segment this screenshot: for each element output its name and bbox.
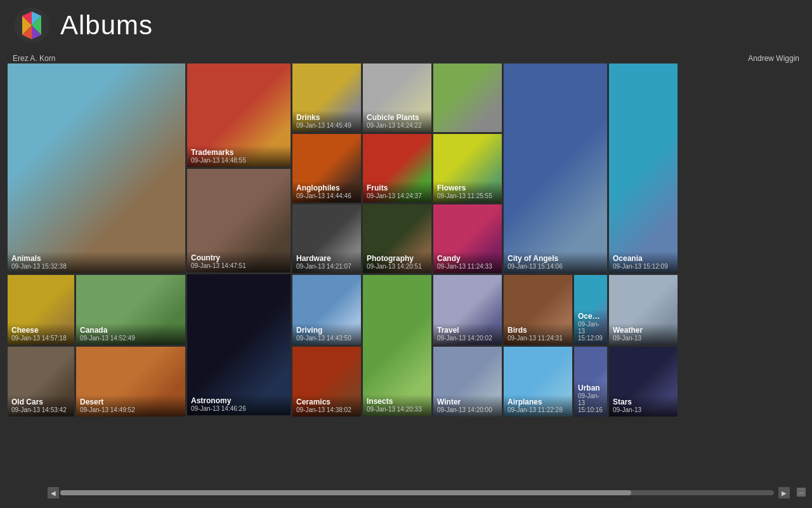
album-canada-date: 09-Jan-13 14:52:49	[80, 335, 181, 342]
scroll-left-icon: ◀	[51, 490, 56, 497]
scroll-right-button[interactable]: ▶	[778, 487, 790, 498]
album-desert-name: Desert	[80, 398, 181, 406]
album-city-angels[interactable]: City of Angels 09-Jan-13 15:14:06	[504, 64, 607, 273]
album-oceania-large[interactable]: Oceania 09-Jan-13 15:12:09	[609, 64, 678, 273]
album-insects-large[interactable]: Insects 09-Jan-13 14:20:33	[363, 275, 431, 416]
album-country[interactable]: Country 09-Jan-13 14:47:51	[187, 169, 291, 272]
album-cheese[interactable]: Cheese 09-Jan-13 14:57:18	[8, 275, 74, 345]
album-driving[interactable]: Driving 09-Jan-13 14:43:50	[292, 275, 361, 345]
album-drinks[interactable]: Drinks 09-Jan-13 14:45:49	[292, 64, 361, 132]
album-ceramics-date: 09-Jan-13 14:38:02	[296, 406, 357, 413]
album-candy[interactable]: Candy 09-Jan-13 11:24:33	[433, 204, 502, 273]
album-airplanes-date: 09-Jan-13 11:22:28	[508, 406, 568, 413]
album-winter-overlay: Winter 09-Jan-13 14:20:00	[433, 395, 502, 417]
album-winter-name: Winter	[437, 398, 498, 406]
album-oceania-name: Oceania	[578, 312, 603, 321]
scrollbar-thumb[interactable]	[60, 490, 631, 495]
album-photography[interactable]: Photography 09-Jan-13 14:20:51	[363, 204, 431, 273]
album-winter[interactable]: Winter 09-Jan-13 14:20:00	[433, 347, 502, 417]
album-anglophiles-date: 09-Jan-13 14:44:46	[296, 192, 357, 199]
album-weather-overlay: Weather 09-Jan-13	[609, 323, 678, 345]
scroll-left-button[interactable]: ◀	[48, 487, 59, 498]
app-title: Albums	[60, 10, 153, 41]
album-animals-overlay: Animals 09-Jan-13 15:32:38	[8, 251, 185, 273]
album-stars[interactable]: Stars 09-Jan-13	[609, 347, 678, 417]
album-desert[interactable]: Desert 09-Jan-13 14:49:52	[76, 347, 185, 417]
album-city-angels-date: 09-Jan-13 15:14:06	[508, 263, 603, 270]
album-city-angels-overlay: City of Angels 09-Jan-13 15:14:06	[504, 251, 607, 273]
album-flowers[interactable]: Flowers 09-Jan-13 11:25:55	[433, 134, 502, 203]
album-oceania-large-name: Oceania	[613, 254, 674, 263]
album-winter-date: 09-Jan-13 14:20:00	[437, 406, 498, 413]
album-birds-date: 09-Jan-13 11:24:31	[508, 335, 568, 342]
album-astronomy[interactable]: Astronomy 09-Jan-13 14:46:26	[187, 274, 291, 415]
album-country-date: 09-Jan-13 14:47:51	[191, 262, 287, 269]
album-airplanes[interactable]: Airplanes 09-Jan-13 11:22:28	[504, 347, 572, 417]
col-1: Trademarks 09-Jan-13 14:48:55 Country 09…	[187, 64, 291, 417]
album-cheese-name: Cheese	[11, 326, 70, 335]
album-stars-overlay: Stars 09-Jan-13	[609, 395, 678, 417]
album-insects-date: 09-Jan-13 14:20:33	[367, 406, 428, 413]
album-anglophiles-overlay: Anglophiles 09-Jan-13 14:44:46	[292, 181, 361, 203]
album-urban[interactable]: Urban 09-Jan-13 15:10:16	[574, 347, 607, 417]
col-0: Animals 09-Jan-13 15:32:38 Cheese 09-Jan…	[8, 64, 185, 417]
album-travel-overlay: Travel 09-Jan-13 14:20:02	[433, 323, 502, 345]
album-anglophiles[interactable]: Anglophiles 09-Jan-13 14:44:46	[292, 134, 361, 203]
album-travel[interactable]: Travel 09-Jan-13 14:20:02	[433, 275, 502, 345]
album-weather-date: 09-Jan-13	[613, 335, 674, 342]
album-old-cars-date: 09-Jan-13 14:53:42	[11, 406, 70, 413]
album-driving-name: Driving	[296, 326, 357, 335]
album-trademarks-overlay: Trademarks 09-Jan-13 14:48:55	[187, 145, 291, 167]
album-animals-name: Animals	[11, 254, 181, 263]
album-oceania[interactable]: Oceania 09-Jan-13 15:12:09	[574, 275, 607, 345]
album-old-cars[interactable]: Old Cars 09-Jan-13 14:53:42	[8, 347, 74, 417]
album-animals[interactable]: Animals 09-Jan-13 15:32:38	[8, 64, 185, 273]
album-city-angels-name: City of Angels	[508, 254, 603, 263]
album-weather-name: Weather	[613, 326, 674, 335]
album-drinks-overlay: Drinks 09-Jan-13 14:45:49	[292, 110, 361, 132]
col-5-row2: Birds 09-Jan-13 11:24:31 Oceania 09-Jan-…	[504, 275, 607, 345]
album-ceramics-overlay: Ceramics 09-Jan-13 14:38:02	[292, 395, 361, 417]
album-cubicle-name: Cubicle Plants	[367, 113, 428, 122]
album-oceania-overlay: Oceania 09-Jan-13 15:12:09	[574, 309, 607, 345]
album-cheese-overlay: Cheese 09-Jan-13 14:57:18	[8, 323, 74, 345]
scroll-right-icon: ▶	[782, 490, 787, 497]
album-ceramics[interactable]: Ceramics 09-Jan-13 14:38:02	[292, 347, 361, 417]
scrollbar[interactable]	[60, 490, 774, 495]
album-flowers-date: 09-Jan-13 11:25:55	[437, 192, 498, 199]
album-hardware[interactable]: Hardware 09-Jan-13 14:21:07	[292, 204, 361, 273]
album-cubicle-overlay: Cubicle Plants 09-Jan-13 14:24:22	[363, 110, 431, 132]
album-birds-name: Birds	[508, 326, 568, 335]
col-0-row2: Cheese 09-Jan-13 14:57:18 Canada 09-Jan-…	[8, 275, 185, 345]
album-fruits-name: Fruits	[367, 184, 428, 192]
album-trademarks-date: 09-Jan-13 14:48:55	[191, 157, 287, 164]
album-weather[interactable]: Weather 09-Jan-13	[609, 275, 678, 345]
albums-container: Animals 09-Jan-13 15:32:38 Cheese 09-Jan…	[0, 64, 812, 417]
minimize-button[interactable]: —	[797, 488, 806, 497]
album-grass[interactable]	[433, 64, 502, 132]
app-logo	[13, 6, 51, 44]
col-4: Flowers 09-Jan-13 11:25:55 Candy 09-Jan-…	[433, 64, 502, 417]
album-insects-name: Insects	[367, 397, 428, 406]
album-fruits-overlay: Fruits 09-Jan-13 14:24:37	[363, 181, 431, 203]
album-astronomy-date: 09-Jan-13 14:46:26	[191, 405, 287, 412]
album-cubicle-plants[interactable]: Cubicle Plants 09-Jan-13 14:24:22	[363, 64, 431, 132]
album-candy-name: Candy	[437, 254, 498, 263]
album-oceania-date: 09-Jan-13 15:12:09	[578, 321, 603, 342]
album-country-overlay: Country 09-Jan-13 14:47:51	[187, 251, 291, 272]
user-right: Andrew Wiggin	[748, 54, 799, 63]
album-flowers-overlay: Flowers 09-Jan-13 11:25:55	[433, 181, 502, 203]
album-airplanes-name: Airplanes	[508, 398, 568, 406]
album-canada[interactable]: Canada 09-Jan-13 14:52:49	[76, 275, 185, 345]
album-canada-name: Canada	[80, 326, 181, 335]
album-animals-date: 09-Jan-13 15:32:38	[11, 263, 181, 270]
album-fruits[interactable]: Fruits 09-Jan-13 14:24:37	[363, 134, 431, 203]
album-birds[interactable]: Birds 09-Jan-13 11:24:31	[504, 275, 572, 345]
minimize-icon: —	[799, 490, 804, 495]
album-urban-overlay: Urban 09-Jan-13 15:10:16	[574, 381, 607, 417]
album-flowers-name: Flowers	[437, 184, 498, 192]
album-trademarks[interactable]: Trademarks 09-Jan-13 14:48:55	[187, 64, 291, 167]
col-0-row3: Old Cars 09-Jan-13 14:53:42 Desert 09-Ja…	[8, 347, 185, 417]
col-5: City of Angels 09-Jan-13 15:14:06 Birds …	[504, 64, 607, 417]
album-stars-name: Stars	[613, 398, 674, 406]
